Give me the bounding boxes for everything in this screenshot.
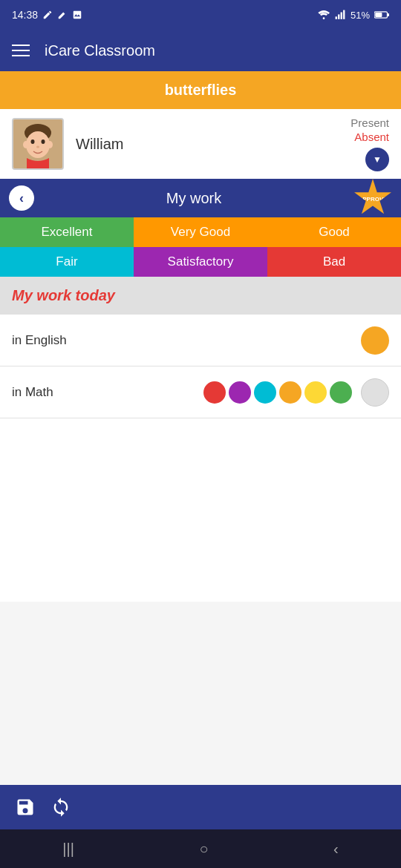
svg-point-10	[23, 141, 29, 148]
nav-recent[interactable]: |||	[48, 835, 89, 864]
app-title: iCare Classroom	[45, 42, 155, 59]
rating-excellent[interactable]: Excellent	[0, 217, 134, 247]
hamburger-menu[interactable]	[12, 45, 30, 56]
dot-cyan[interactable]	[254, 381, 276, 404]
dot-yellow[interactable]	[304, 381, 327, 404]
work-item-english: in English	[0, 315, 401, 366]
edit-icon	[42, 10, 53, 20]
svg-rect-6	[375, 13, 382, 17]
my-work-title: My work	[34, 190, 353, 207]
my-work-header: ‹ My work APPROVE	[0, 179, 401, 217]
nav-bar: ||| ○ ‹	[0, 829, 401, 868]
svg-rect-0	[336, 16, 337, 19]
svg-point-9	[26, 131, 50, 158]
approve-badge: APPROVE	[353, 179, 392, 217]
english-toggle[interactable]	[361, 326, 389, 355]
approve-badge-text: APPROVE	[358, 197, 387, 203]
svg-rect-5	[388, 13, 389, 16]
svg-point-13	[42, 139, 45, 144]
content-spacer	[0, 602, 401, 785]
nav-back[interactable]: ‹	[319, 835, 353, 864]
math-label: in Math	[12, 385, 203, 400]
work-items: in English in Math	[0, 315, 401, 602]
absent-label: Absent	[354, 131, 389, 143]
dot-red[interactable]	[203, 381, 226, 404]
class-name: butterflies	[165, 82, 237, 98]
rating-satisfactory[interactable]: Satisfactory	[134, 247, 267, 277]
image-icon	[72, 10, 82, 20]
present-label: Present	[351, 116, 389, 129]
rating-good[interactable]: Good	[267, 217, 401, 247]
signal-icon	[334, 10, 346, 20]
battery-display: 51%	[351, 10, 370, 21]
status-bar: 14:38 51%	[0, 0, 401, 30]
status-indicators: 51%	[318, 10, 389, 21]
sync-icon[interactable]	[50, 797, 71, 818]
svg-point-12	[31, 139, 35, 144]
wifi-icon	[318, 10, 330, 20]
nav-home[interactable]: ○	[184, 835, 223, 864]
english-label: in English	[12, 333, 361, 348]
svg-rect-1	[338, 14, 339, 19]
svg-rect-3	[343, 10, 345, 19]
pencil-icon	[57, 10, 68, 20]
work-item-math: in Math	[0, 366, 401, 418]
my-work-today-label: My work today	[12, 287, 115, 303]
status-time: 14:38	[12, 9, 82, 21]
rating-fair[interactable]: Fair	[0, 247, 134, 277]
back-button[interactable]: ‹	[9, 185, 34, 211]
dot-green[interactable]	[330, 381, 352, 404]
color-dots	[203, 381, 352, 404]
svg-point-11	[47, 141, 53, 148]
my-work-today-section: My work today	[0, 277, 401, 315]
student-row: William Present Absent	[0, 109, 401, 179]
attendance-section: Present Absent	[351, 116, 389, 171]
avatar-image	[13, 119, 62, 168]
class-banner: butterflies	[0, 71, 401, 109]
time-display: 14:38	[12, 9, 38, 21]
battery-icon	[374, 10, 389, 19]
dot-purple[interactable]	[229, 381, 251, 404]
rating-bad[interactable]: Bad	[267, 247, 401, 277]
rating-verygood[interactable]: Very Good	[134, 217, 267, 247]
svg-rect-2	[341, 13, 342, 19]
dot-orange[interactable]	[279, 381, 301, 404]
student-name: William	[76, 136, 339, 153]
math-toggle[interactable]	[361, 378, 389, 407]
app-bar: iCare Classroom	[0, 30, 401, 71]
attendance-dropdown[interactable]	[365, 148, 389, 171]
rating-grid: Excellent Very Good Good Fair Satisfacto…	[0, 217, 401, 277]
student-avatar	[12, 118, 64, 170]
save-icon[interactable]	[15, 797, 36, 818]
bottom-bar	[0, 785, 401, 829]
svg-point-14	[36, 146, 39, 148]
